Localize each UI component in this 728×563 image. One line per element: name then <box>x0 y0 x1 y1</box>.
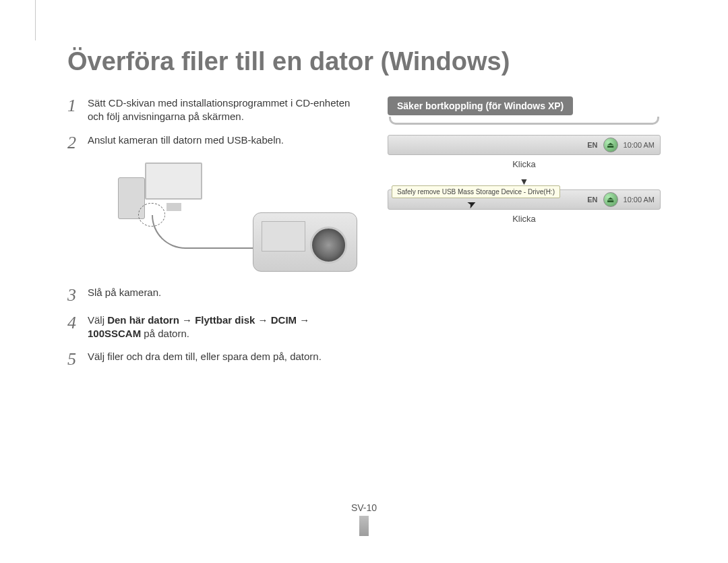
manual-page: Överföra filer till en dator (Windows) 1… <box>0 0 728 378</box>
caption-click-1: Klicka <box>388 159 661 169</box>
usb-cable-graphic <box>152 215 270 249</box>
taskbar-screenshot-1: EN ⏏ 10:00 AM <box>388 135 661 155</box>
step-text: Välj filer och dra dem till, eller spara… <box>88 350 364 363</box>
safely-remove-icon: ⏏ <box>603 192 618 207</box>
pc-monitor-graphic <box>145 162 202 200</box>
taskbar-language: EN <box>587 141 597 149</box>
step-1: 1 Sätt CD-skivan med installationsprogra… <box>67 96 364 124</box>
step-4: 4 Välj Den här datorn → Flyttbar disk → … <box>67 314 364 341</box>
taskbar-screenshot-2-wrapper: Safely remove USB Mass Storage Device - … <box>388 189 661 210</box>
page-number-bar-graphic <box>359 516 369 536</box>
pill-border-graphic <box>389 117 659 125</box>
step-number: 1 <box>67 96 88 115</box>
camera-lens-graphic <box>310 227 347 264</box>
safely-remove-icon: ⏏ <box>603 138 618 152</box>
margin-rule <box>35 0 36 40</box>
connection-illustration <box>81 161 364 269</box>
step-number: 2 <box>67 134 88 152</box>
step-number: 4 <box>67 314 88 332</box>
step-text: Slå på kameran. <box>88 286 364 299</box>
step-2: 2 Anslut kameran till datorn med USB-kab… <box>67 134 364 152</box>
step-suffix: på datorn. <box>141 328 189 339</box>
step-5: 5 Välj filer och dra dem till, eller spa… <box>67 350 364 368</box>
step-prefix: Välj <box>88 314 107 326</box>
content-columns: 1 Sätt CD-skivan med installationsprogra… <box>67 96 661 378</box>
tooltip-balloon: Safely remove USB Mass Storage Device - … <box>392 185 560 198</box>
step-text: Välj Den här datorn → Flyttbar disk → DC… <box>88 314 364 341</box>
step-3: 3 Slå på kameran. <box>67 286 364 304</box>
taskbar-clock: 10:00 AM <box>624 141 655 149</box>
page-title: Överföra filer till en dator (Windows) <box>67 47 661 76</box>
taskbar-language: EN <box>587 196 597 204</box>
step-number: 5 <box>67 350 88 368</box>
camera-graphic <box>253 212 357 272</box>
step-bold-path: Den här datorn → Flyttbar disk → DCIM → … <box>88 314 309 339</box>
step-text: Anslut kameran till datorn med USB-kabel… <box>88 134 364 147</box>
taskbar-clock: 10:00 AM <box>624 196 655 204</box>
page-number-text: SV-10 <box>351 502 377 513</box>
camera-screen-graphic <box>262 221 305 251</box>
step-number: 3 <box>67 286 88 304</box>
sidebar-column: Säker bortkoppling (för Windows XP) EN ⏏… <box>388 96 661 378</box>
page-number: SV-10 <box>351 502 377 536</box>
steps-column: 1 Sätt CD-skivan med installationsprogra… <box>67 96 364 378</box>
step-text: Sätt CD-skivan med installationsprogramm… <box>88 96 364 124</box>
caption-click-2: Klicka <box>388 214 661 224</box>
sidebar-heading-pill: Säker bortkoppling (för Windows XP) <box>388 96 573 115</box>
